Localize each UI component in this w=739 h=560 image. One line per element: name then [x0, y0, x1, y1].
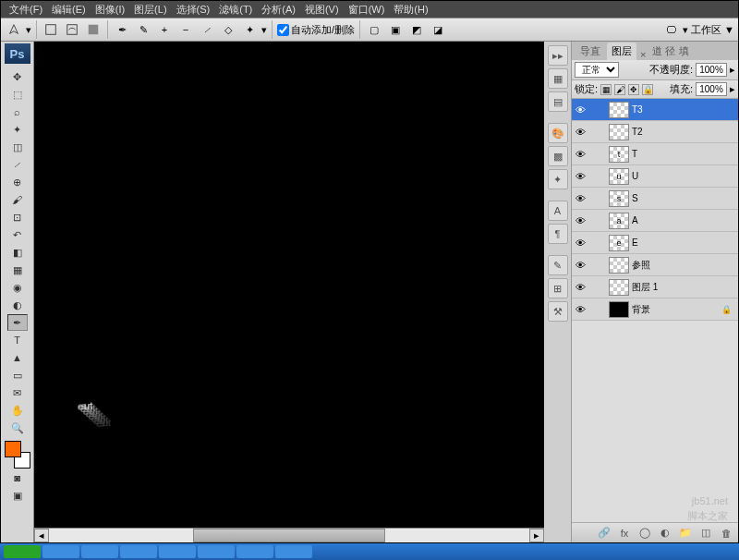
notes-tool[interactable]: ✉	[7, 384, 28, 401]
hand-tool[interactable]: ✋	[7, 402, 28, 419]
convert-point-icon[interactable]: ⟋	[198, 20, 216, 39]
adjustment-layer-icon[interactable]: ◐	[657, 526, 673, 541]
path-combine-icon[interactable]: ▢	[365, 20, 383, 39]
gradient-tool[interactable]: ▦	[7, 262, 28, 278]
layer-thumbnail[interactable]: s	[609, 190, 629, 207]
freeform-pen-icon[interactable]: ✎	[134, 20, 152, 39]
navigator-panel-icon[interactable]: ▦	[548, 68, 568, 89]
layer-name[interactable]: 背景	[632, 303, 719, 316]
eraser-tool[interactable]: ◧	[7, 244, 28, 261]
dropdown-arrow-icon[interactable]: ▾	[683, 24, 688, 36]
layer-name[interactable]: T3	[632, 104, 719, 115]
dropdown-arrow-icon[interactable]: ▾	[26, 24, 31, 36]
fill-arrow-icon[interactable]: ▸	[730, 83, 735, 95]
layer-row[interactable]: 👁图层 1	[572, 276, 738, 298]
visibility-icon[interactable]: 👁	[572, 149, 588, 160]
color-panel-icon[interactable]: 🎨	[548, 123, 568, 143]
layer-style-icon[interactable]: fx	[616, 526, 633, 541]
layer-thumbnail[interactable]: e	[609, 235, 629, 251]
layer-mask-icon[interactable]: ◯	[636, 526, 653, 541]
character-panel-icon[interactable]: A	[548, 201, 568, 221]
menu-edit[interactable]: 编辑(E)	[47, 3, 91, 16]
path-selection-tool[interactable]: ▲	[7, 349, 28, 366]
layer-group-icon[interactable]: 📁	[677, 526, 694, 541]
pen-tool[interactable]: ✒	[7, 314, 28, 331]
tab-layers[interactable]: 图层	[607, 43, 636, 60]
layer-thumbnail[interactable]	[609, 257, 629, 274]
layer-name[interactable]: T2	[632, 127, 719, 137]
layer-row[interactable]: 👁eE	[572, 232, 738, 254]
layer-thumbnail[interactable]	[609, 102, 629, 118]
layer-name[interactable]: U	[632, 171, 719, 181]
visibility-icon[interactable]: 👁	[572, 282, 588, 293]
shape-layers-icon[interactable]	[42, 20, 60, 39]
visibility-icon[interactable]: 👁	[572, 260, 588, 271]
scroll-thumb[interactable]	[193, 529, 385, 542]
layer-row[interactable]: 👁T2	[572, 121, 738, 143]
blend-mode-select[interactable]: 正常	[575, 62, 619, 78]
visibility-icon[interactable]: 👁	[572, 104, 588, 116]
healing-brush-tool[interactable]: ⊕	[7, 174, 28, 190]
layer-thumbnail[interactable]	[609, 124, 629, 140]
menu-help[interactable]: 帮助(H)	[389, 3, 432, 16]
view-extras-icon[interactable]: 🖵	[661, 20, 680, 39]
scroll-right-icon[interactable]: ▸	[529, 529, 544, 542]
horizontal-scrollbar[interactable]: ◂ ▸	[34, 528, 544, 542]
visibility-icon[interactable]: 👁	[572, 237, 588, 249]
foreground-color-swatch[interactable]	[5, 441, 21, 457]
visibility-icon[interactable]: 👁	[572, 193, 588, 204]
layer-row[interactable]: 👁T3	[572, 99, 738, 121]
menu-image[interactable]: 图像(I)	[91, 3, 129, 16]
brush-tool[interactable]: 🖌	[7, 191, 28, 208]
layer-row[interactable]: 👁tT	[572, 143, 738, 165]
menu-window[interactable]: 窗口(W)	[344, 3, 390, 16]
expand-dock-icon[interactable]: ▸▸	[548, 45, 568, 66]
color-swatches[interactable]	[5, 441, 30, 469]
screen-mode-tool[interactable]: ▣	[7, 487, 28, 504]
history-brush-tool[interactable]: ↶	[7, 226, 28, 243]
lasso-tool[interactable]: ⌕	[7, 103, 28, 120]
tab-close-icon[interactable]: ×	[640, 49, 646, 60]
taskbar-item[interactable]	[42, 545, 79, 558]
paragraph-panel-icon[interactable]: ¶	[548, 224, 568, 244]
start-button[interactable]	[4, 545, 41, 558]
taskbar-item[interactable]	[275, 545, 312, 558]
fill-input[interactable]	[696, 82, 727, 96]
dropdown-arrow-icon[interactable]: ▾	[261, 24, 267, 36]
visibility-icon[interactable]: 👁	[572, 215, 588, 226]
taskbar-item[interactable]	[81, 545, 118, 558]
styles-panel-icon[interactable]: ✦	[548, 169, 568, 189]
eyedropper-tool[interactable]: ⟋	[7, 156, 28, 173]
layer-name[interactable]: 参照	[632, 259, 719, 272]
rectangle-tool[interactable]: ▭	[7, 367, 28, 383]
layer-name[interactable]: A	[632, 215, 719, 225]
taskbar-item[interactable]	[236, 545, 273, 558]
delete-anchor-icon[interactable]: −	[176, 20, 195, 39]
lock-position-icon[interactable]: ✥	[628, 84, 639, 95]
menu-analysis[interactable]: 分析(A)	[257, 3, 300, 16]
opacity-input[interactable]	[696, 63, 727, 77]
marquee-tool[interactable]: ⬚	[7, 86, 28, 103]
scroll-track[interactable]	[49, 529, 529, 542]
visibility-icon[interactable]: 👁	[572, 304, 588, 315]
visibility-icon[interactable]: 👁	[572, 171, 588, 182]
path-intersect-icon[interactable]: ◩	[407, 20, 426, 39]
menu-view[interactable]: 视图(V)	[300, 3, 344, 16]
workspace-dropdown[interactable]: 工作区	[691, 23, 721, 37]
quick-mask-tool[interactable]: ◙	[7, 469, 28, 486]
pen-tool-indicator-icon[interactable]	[5, 20, 23, 39]
layer-thumbnail[interactable]: u	[609, 168, 629, 185]
delete-layer-icon[interactable]: 🗑	[718, 526, 734, 541]
tab-navigator[interactable]: 导直	[575, 43, 605, 60]
menu-file[interactable]: 文件(F)	[5, 3, 47, 16]
magic-wand-tool[interactable]: ✦	[7, 121, 28, 138]
layer-thumbnail[interactable]: a	[609, 213, 629, 229]
layer-name[interactable]: T	[632, 149, 719, 159]
layer-row[interactable]: 👁uU	[572, 165, 738, 188]
swatches-panel-icon[interactable]: ▩	[548, 146, 568, 166]
workspace-arrow-icon[interactable]: ▼	[724, 24, 734, 35]
layer-name[interactable]: S	[632, 193, 719, 203]
layer-thumbnail[interactable]	[609, 301, 629, 318]
layer-name[interactable]: E	[632, 237, 719, 248]
lock-transparency-icon[interactable]: ▦	[600, 84, 612, 95]
